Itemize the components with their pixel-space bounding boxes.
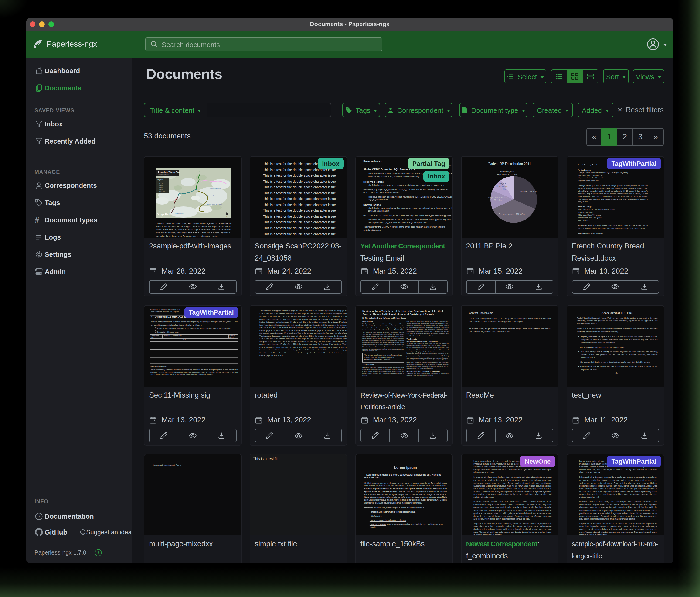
svg-text:6/3-6/8 trip: 6/3-6/8 trip [157, 216, 162, 218]
svg-text:Frost Grove Island: Frost Grove Island [209, 188, 221, 189]
svg-text:Legend: Legend [157, 179, 163, 181]
svg-text:New Found Island: New Found Island [186, 191, 198, 193]
svg-text:Boundary Waters Trip: Boundary Waters Trip [158, 171, 180, 173]
svg-text:Day 3: Day 3 [159, 185, 162, 186]
svg-text:Entry Point: Entry Point [159, 191, 166, 192]
svg-text:i: i [98, 550, 99, 555]
svg-text:N: N [226, 216, 227, 218]
svg-text:?: ? [38, 514, 40, 519]
svg-text:Six days in BWCA: Six days in BWCA [158, 174, 169, 175]
svg-text:Day 1: Day 1 [159, 181, 162, 183]
svg-text:Day 2: Day 2 [159, 183, 162, 185]
svg-text:Google Earth: Google Earth [157, 213, 171, 216]
svg-text:Candle Island Bay Island: Candle Island Bay Island [207, 204, 222, 205]
svg-text:Day 5: Day 5 [159, 189, 162, 190]
svg-text:Half Dog Island: Half Dog Island [204, 195, 214, 196]
svg-text:Day 4: Day 4 [159, 187, 162, 188]
svg-text:Charles Island: Charles Island [175, 213, 184, 214]
